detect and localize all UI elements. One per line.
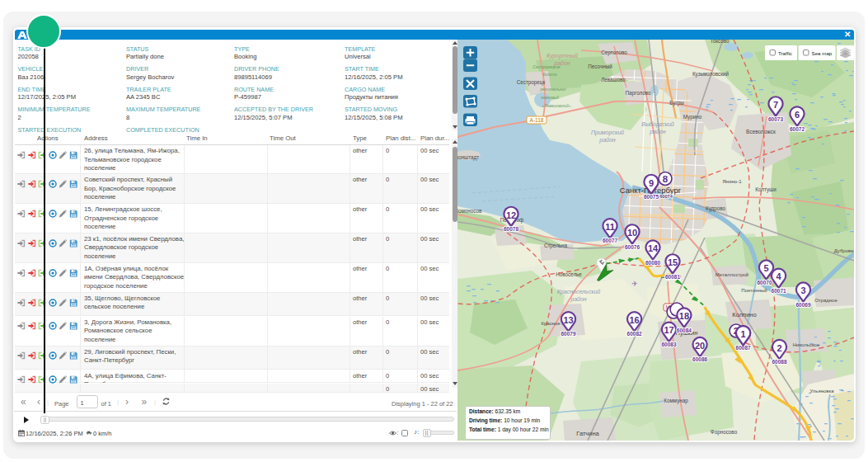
svg-text:4: 4 bbox=[777, 271, 782, 281]
svg-text:7: 7 bbox=[773, 100, 778, 110]
svg-text:✈: ✈ bbox=[631, 280, 638, 288]
svg-text:Сестрорецк: Сестрорецк bbox=[517, 79, 546, 86]
svg-text:Красносельский: Красносельский bbox=[557, 289, 601, 295]
svg-text:региональног: региональног bbox=[539, 87, 566, 92]
svg-text:10: 10 bbox=[627, 228, 637, 238]
svg-text:60072: 60072 bbox=[790, 125, 805, 131]
svg-text:Всеволожск: Всеволожск bbox=[746, 129, 776, 134]
svg-text:район: район bbox=[598, 137, 616, 144]
svg-text:Distance: 632.35 km: Distance: 632.35 km bbox=[469, 408, 521, 413]
svg-text:Ульяновка: Ульяновка bbox=[809, 389, 834, 394]
svg-text:20: 20 bbox=[695, 340, 705, 350]
svg-text:60076: 60076 bbox=[625, 243, 640, 249]
svg-text:Металлострой: Металлострой bbox=[716, 272, 748, 277]
svg-text:13: 13 bbox=[563, 314, 573, 324]
svg-text:Бугры: Бугры bbox=[669, 100, 684, 106]
svg-text:Выборгский: Выборгский bbox=[641, 121, 674, 128]
svg-text:Никольское: Никольское bbox=[793, 342, 820, 347]
svg-text:60084: 60084 bbox=[677, 327, 692, 332]
svg-text:14: 14 bbox=[648, 243, 659, 253]
svg-text:3: 3 bbox=[800, 285, 805, 295]
svg-text:Понтонный: Понтонный bbox=[741, 288, 767, 293]
svg-text:Янино-1: Янино-1 bbox=[723, 179, 743, 184]
svg-text:Приморский: Приморский bbox=[591, 130, 624, 136]
svg-text:9: 9 bbox=[649, 177, 654, 187]
svg-text:район: район bbox=[649, 129, 666, 135]
svg-text:Коммунар: Коммунар bbox=[664, 398, 688, 404]
svg-text:60083: 60083 bbox=[661, 341, 676, 346]
svg-text:18: 18 bbox=[679, 311, 689, 321]
svg-text:60073: 60073 bbox=[768, 116, 783, 121]
svg-text:60082: 60082 bbox=[627, 331, 642, 337]
svg-text:60071: 60071 bbox=[772, 287, 786, 293]
svg-text:2: 2 bbox=[777, 342, 781, 352]
svg-text:Сестрорецкое: Сестрорецкое bbox=[533, 65, 561, 69]
svg-text:60081: 60081 bbox=[665, 273, 680, 279]
svg-text:16: 16 bbox=[629, 314, 639, 324]
svg-text:Левашово: Левашово bbox=[601, 76, 626, 82]
svg-text:15: 15 bbox=[668, 257, 678, 267]
svg-text:5: 5 bbox=[763, 263, 768, 273]
svg-text:60079: 60079 bbox=[561, 331, 575, 337]
svg-text:Driving time: 10 hour 19 min: Driving time: 10 hour 19 min bbox=[469, 417, 540, 423]
svg-text:60075: 60075 bbox=[644, 194, 659, 200]
svg-text:60070: 60070 bbox=[757, 279, 772, 285]
svg-text:А-118: А-118 bbox=[530, 117, 544, 123]
svg-text:Кронштадт: Кронштадт bbox=[457, 154, 479, 161]
svg-text:Мурино: Мурино bbox=[683, 114, 702, 120]
svg-text:Стрельна: Стрельна bbox=[544, 243, 568, 249]
svg-text:60080: 60080 bbox=[645, 259, 660, 265]
svg-text:1: 1 bbox=[741, 328, 746, 338]
svg-text:17: 17 bbox=[664, 325, 673, 335]
svg-text:60074: 60074 bbox=[659, 194, 673, 199]
svg-text:«Левашовский»: «Левашовский» bbox=[542, 103, 571, 108]
svg-text:Колтуши: Колтуши bbox=[755, 186, 777, 193]
svg-text:8: 8 bbox=[663, 173, 669, 183]
svg-text:Total time: 1 day 00 hour 22 m: Total time: 1 day 00 hour 22 min bbox=[469, 426, 549, 432]
svg-text:Форносово: Форносово bbox=[711, 429, 738, 436]
svg-text:Курортный: Курортный bbox=[547, 53, 578, 59]
svg-text:Песочный: Песочный bbox=[588, 64, 612, 69]
svg-text:Кузьмоловский: Кузьмоловский bbox=[692, 71, 730, 78]
svg-text:болото: болото bbox=[542, 73, 557, 77]
svg-text:Парголово: Парголово bbox=[625, 90, 651, 97]
svg-text:Sea map: Sea map bbox=[812, 50, 833, 55]
svg-text:Дубровка: Дубровка bbox=[834, 248, 854, 253]
svg-text:60078: 60078 bbox=[504, 226, 518, 232]
svg-text:Колпино: Колпино bbox=[732, 311, 756, 318]
svg-text:60069: 60069 bbox=[795, 301, 810, 307]
svg-text:Кудрово: Кудрово bbox=[706, 205, 726, 212]
svg-text:60086: 60086 bbox=[692, 356, 707, 362]
svg-text:Сертолово: Сертолово bbox=[601, 50, 627, 56]
svg-text:11: 11 bbox=[605, 221, 615, 231]
svg-text:Новоселье: Новоселье bbox=[556, 271, 582, 277]
svg-text:Traffic: Traffic bbox=[778, 50, 792, 55]
svg-text:Отрадное: Отрадное bbox=[814, 298, 838, 303]
svg-text:Ломоносов: Ломоносов bbox=[457, 208, 482, 214]
svg-text:Гатчина: Гатчина bbox=[576, 430, 599, 437]
svg-text:60088: 60088 bbox=[772, 359, 786, 365]
svg-text:12: 12 bbox=[506, 210, 516, 219]
svg-text:60077: 60077 bbox=[603, 238, 617, 243]
svg-text:район: район bbox=[570, 296, 587, 303]
svg-text:Токсово: Токсово bbox=[710, 40, 730, 44]
svg-text:6: 6 bbox=[795, 110, 800, 120]
svg-text:значимый: значимый bbox=[540, 95, 559, 100]
